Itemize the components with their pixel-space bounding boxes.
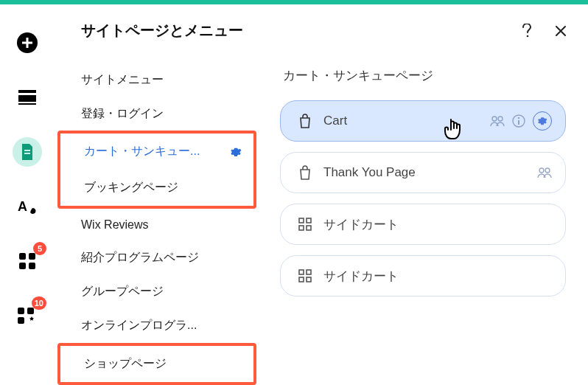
members-icon[interactable] <box>490 115 505 127</box>
rail-settings-badge: 10 <box>32 296 46 310</box>
category-signup-login[interactable]: 登録・ログイン <box>55 97 259 131</box>
svg-rect-21 <box>518 120 519 125</box>
svg-rect-14 <box>27 308 34 314</box>
pages-panel: サイトページとメニュー サイトメニュー 登録・ログイン カート・サンキュー... <box>55 4 588 385</box>
svg-rect-12 <box>29 263 35 269</box>
svg-rect-28 <box>299 270 304 274</box>
help-button[interactable] <box>519 23 535 39</box>
rail-apps-badge: 5 <box>33 242 46 255</box>
page-row-sidecart-2[interactable]: サイドカート <box>280 255 566 296</box>
page-list-pane: カート・サンキューページ Cart <box>259 51 588 385</box>
svg-point-22 <box>539 168 544 173</box>
panel-body: サイトメニュー 登録・ログイン カート・サンキュー... ブッキングページ Wi… <box>55 51 588 385</box>
category-referral[interactable]: 紹介プログラムページ <box>55 241 259 275</box>
svg-rect-15 <box>18 317 24 324</box>
category-label: 登録・ログイン <box>81 106 164 122</box>
svg-point-18 <box>498 117 503 121</box>
category-wix-reviews[interactable]: Wix Reviews <box>55 209 259 241</box>
category-site-menu[interactable]: サイトメニュー <box>55 63 259 97</box>
page-settings-button[interactable] <box>533 111 552 131</box>
svg-rect-4 <box>18 95 36 102</box>
section-icon <box>18 90 36 105</box>
gear-icon <box>537 116 547 126</box>
bag-icon <box>297 165 313 180</box>
page-row-label: サイドカート <box>323 216 552 233</box>
category-label: サイトメニュー <box>81 72 164 88</box>
page-row-actions <box>537 167 552 178</box>
svg-rect-29 <box>307 270 311 274</box>
svg-point-23 <box>545 168 550 173</box>
category-booking[interactable]: ブッキングページ <box>60 170 253 206</box>
svg-rect-10 <box>29 253 35 260</box>
page-list-title: カート・サンキューページ <box>283 67 566 84</box>
help-icon <box>522 24 532 38</box>
category-cart-thankyou[interactable]: カート・サンキュー... <box>60 133 253 170</box>
info-icon[interactable] <box>512 114 525 128</box>
page-icon <box>20 144 35 160</box>
left-rail: A 5 10 <box>0 4 55 385</box>
category-label: Wix Reviews <box>81 218 149 232</box>
page-category-list: サイトメニュー 登録・ログイン カート・サンキュー... ブッキングページ Wi… <box>55 51 259 385</box>
grid-icon <box>297 218 313 231</box>
svg-rect-26 <box>299 226 304 230</box>
panel-title: サイトページとメニュー <box>81 21 519 41</box>
panel-header: サイトページとメニュー <box>55 4 588 51</box>
svg-point-17 <box>492 117 497 121</box>
category-label: ショップページ <box>84 356 167 372</box>
svg-rect-3 <box>18 90 36 93</box>
category-groups[interactable]: グループページ <box>55 275 259 309</box>
svg-rect-2 <box>22 42 32 44</box>
page-row-label: Cart <box>323 114 490 128</box>
rail-design-button[interactable]: A <box>13 192 42 221</box>
rail-settings-button[interactable]: 10 <box>13 301 42 330</box>
design-icon: A <box>18 198 37 215</box>
svg-rect-30 <box>299 277 304 282</box>
svg-rect-24 <box>299 218 304 223</box>
svg-text:A: A <box>18 199 27 214</box>
category-label: オンラインプログラ... <box>81 318 197 333</box>
highlight-group-2: ショップページ <box>57 343 256 385</box>
page-row-label: サイドカート <box>323 268 552 285</box>
highlight-group-1: カート・サンキュー... ブッキングページ <box>57 131 256 209</box>
svg-rect-11 <box>19 263 26 269</box>
category-label: グループページ <box>81 284 164 299</box>
rail-sections-button[interactable] <box>13 83 42 112</box>
svg-point-20 <box>518 117 519 119</box>
page-row-thankyou[interactable]: Thank You Page <box>280 152 566 193</box>
svg-rect-25 <box>307 218 311 223</box>
svg-rect-27 <box>307 226 311 230</box>
category-label: ブッキングページ <box>84 180 178 195</box>
header-actions <box>519 23 569 39</box>
rail-pages-button[interactable] <box>13 137 42 167</box>
apps-gear-icon <box>18 308 37 324</box>
apps-grid-icon <box>19 253 35 269</box>
page-row-cart[interactable]: Cart <box>280 100 566 142</box>
svg-rect-5 <box>18 103 36 105</box>
category-label: カート・サンキュー... <box>84 144 200 159</box>
plus-circle-icon <box>16 32 38 54</box>
page-row-actions <box>490 111 552 131</box>
svg-rect-13 <box>18 308 24 314</box>
close-button[interactable] <box>553 23 569 39</box>
svg-rect-6 <box>24 150 30 151</box>
svg-rect-31 <box>307 277 311 282</box>
close-icon <box>555 25 567 37</box>
bag-icon <box>297 114 313 128</box>
category-settings-button[interactable] <box>230 146 242 158</box>
category-shop[interactable]: ショップページ <box>60 346 253 382</box>
category-label: 紹介プログラムページ <box>81 250 199 266</box>
svg-point-16 <box>527 35 529 37</box>
members-icon[interactable] <box>537 167 552 178</box>
category-online-programs[interactable]: オンラインプログラ... <box>55 309 259 343</box>
svg-rect-7 <box>24 153 30 154</box>
page-row-sidecart-1[interactable]: サイドカート <box>280 204 566 245</box>
svg-rect-9 <box>19 253 26 260</box>
grid-icon <box>297 269 313 282</box>
page-row-label: Thank You Page <box>323 165 537 180</box>
gear-icon <box>230 146 242 158</box>
rail-add-button[interactable] <box>13 28 42 58</box>
rail-apps-button[interactable]: 5 <box>13 246 42 276</box>
